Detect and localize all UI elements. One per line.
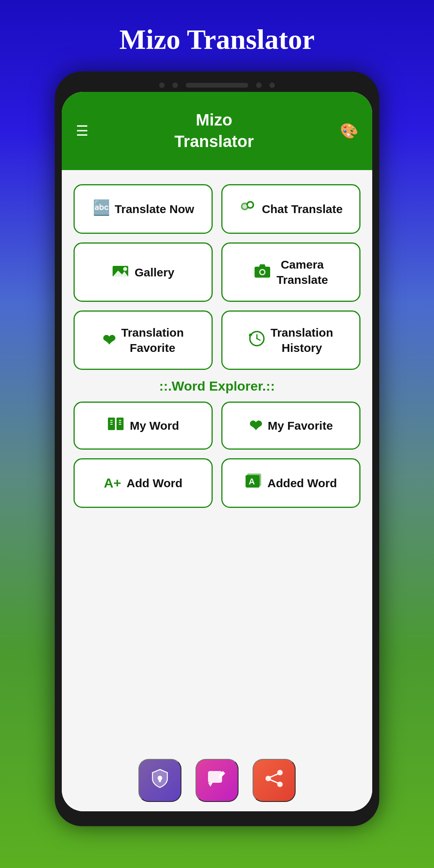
svg-rect-16 <box>110 420 113 421</box>
svg-point-29 <box>265 776 271 781</box>
page-title: Mizo Translator <box>119 0 314 72</box>
camera-translate-label: CameraTranslate <box>276 257 328 287</box>
svg-rect-26 <box>159 778 161 782</box>
translation-history-button[interactable]: TranslationHistory <box>221 310 360 370</box>
book-icon <box>107 416 124 435</box>
heart-icon: ❤ <box>102 331 116 349</box>
gallery-icon <box>112 263 129 282</box>
my-favorite-button[interactable]: ❤ My Favorite <box>221 402 360 450</box>
palette-icon[interactable]: 🎨 <box>340 122 358 140</box>
svg-point-3 <box>248 203 253 207</box>
app-header: ☰ MizoTranslator 🎨 <box>62 92 372 170</box>
share-button[interactable] <box>253 759 296 802</box>
chat-edit-icon <box>206 768 228 793</box>
app-title: MizoTranslator <box>174 109 254 152</box>
svg-rect-20 <box>119 422 121 423</box>
translate-icon: 🔤 <box>92 199 109 219</box>
menu-icon[interactable]: ☰ <box>76 123 88 139</box>
word-explorer-label: ::.Word Explorer.:: <box>74 378 360 394</box>
button-row-4: My Word ❤ My Favorite <box>74 402 360 450</box>
chat-translate-label: Chat Translate <box>262 201 343 217</box>
svg-rect-17 <box>110 422 113 423</box>
phone-notch <box>62 79 372 92</box>
svg-point-7 <box>123 267 127 271</box>
svg-rect-19 <box>119 420 121 421</box>
svg-point-30 <box>277 782 283 787</box>
phone-frame: ☰ MizoTranslator 🎨 🔤 Translate Now <box>55 72 379 826</box>
history-icon <box>249 330 265 350</box>
button-row-3: ❤ TranslationFavorite TranslationHistor <box>74 310 360 370</box>
add-word-label: Add Word <box>127 475 183 491</box>
chat-icon <box>239 199 256 219</box>
app-content: 🔤 Translate Now Chat Translat <box>62 170 372 752</box>
svg-text:A: A <box>249 477 255 486</box>
button-row-2: Gallery CameraTranslate <box>74 242 360 302</box>
svg-rect-18 <box>110 424 113 425</box>
chat-edit-button[interactable] <box>195 759 239 802</box>
my-favorite-label: My Favorite <box>268 418 333 433</box>
camera-icon <box>254 263 271 282</box>
button-row-5: A+ Add Word A Added Word <box>74 458 360 508</box>
camera-translate-button[interactable]: CameraTranslate <box>221 242 360 302</box>
added-word-icon: A <box>245 473 262 493</box>
translate-now-button[interactable]: 🔤 Translate Now <box>74 184 213 234</box>
svg-marker-9 <box>259 264 265 267</box>
add-word-button[interactable]: A+ Add Word <box>74 458 213 508</box>
translation-favorite-button[interactable]: ❤ TranslationFavorite <box>74 310 213 370</box>
added-word-button[interactable]: A Added Word <box>221 458 360 508</box>
svg-line-31 <box>269 773 279 778</box>
button-row-1: 🔤 Translate Now Chat Translat <box>74 184 360 234</box>
add-word-icon: A+ <box>104 475 121 491</box>
svg-point-4 <box>242 204 247 209</box>
translation-history-label: TranslationHistory <box>271 325 333 355</box>
my-favorite-heart-icon: ❤ <box>249 417 262 435</box>
added-word-label: Added Word <box>267 475 337 491</box>
share-icon <box>264 768 285 793</box>
translate-now-label: Translate Now <box>115 201 194 217</box>
bottom-bar <box>62 752 372 811</box>
svg-point-28 <box>277 770 283 775</box>
security-button[interactable] <box>138 759 181 802</box>
svg-line-32 <box>269 779 279 784</box>
gallery-button[interactable]: Gallery <box>74 242 213 302</box>
svg-rect-21 <box>119 424 121 425</box>
svg-text:🔤: 🔤 <box>93 199 109 216</box>
my-word-button[interactable]: My Word <box>74 402 213 450</box>
svg-point-11 <box>260 270 264 274</box>
chat-translate-button[interactable]: Chat Translate <box>221 184 360 234</box>
phone-screen: ☰ MizoTranslator 🎨 🔤 Translate Now <box>62 92 372 811</box>
translation-favorite-label: TranslationFavorite <box>121 325 184 355</box>
security-icon <box>149 768 170 793</box>
my-word-label: My Word <box>130 418 179 433</box>
gallery-label: Gallery <box>135 265 174 280</box>
